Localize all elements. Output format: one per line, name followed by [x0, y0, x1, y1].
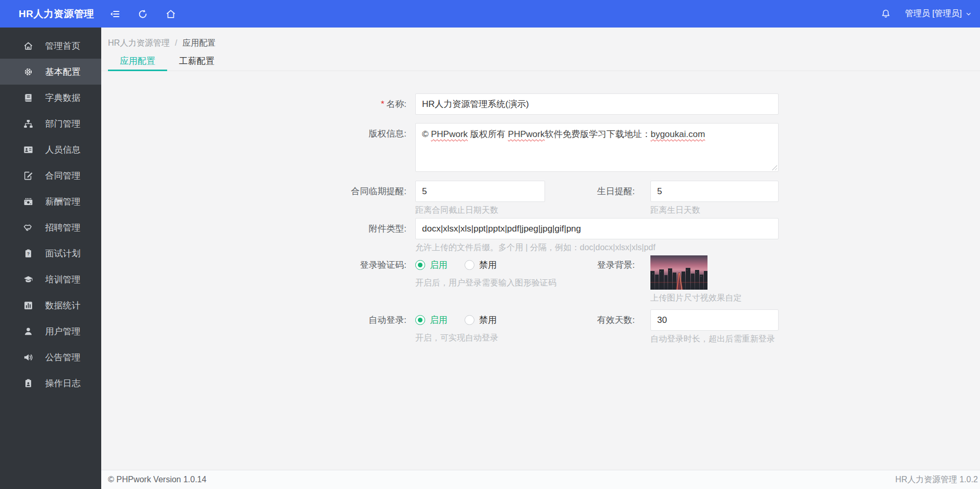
- sidebar-item-label: 数据统计: [45, 300, 80, 311]
- radio-label: 启用: [430, 314, 447, 326]
- user-icon: [23, 327, 33, 336]
- auto-login-radio-enabled[interactable]: 启用: [415, 314, 447, 326]
- radio-checked-icon: [415, 315, 425, 325]
- copyright-text-misspelled: PHPwork: [508, 129, 545, 139]
- stats-icon: [23, 301, 33, 310]
- sidebar-item-id-card[interactable]: 人员信息: [0, 137, 101, 162]
- radio-unchecked-icon: [465, 315, 474, 325]
- footer: © PHPwork Version 1.0.14 HR人力资源管理 1.0.2: [101, 470, 980, 489]
- sidebar-item-home[interactable]: 管理首页: [0, 33, 101, 59]
- footer-version-right: HR人力资源管理 1.0.2: [895, 474, 978, 485]
- sidebar-item-interview[interactable]: ?面试计划: [0, 240, 101, 266]
- auto-login-hint: 开启，可实现自动登录: [415, 333, 545, 344]
- svg-text:?: ?: [27, 251, 30, 256]
- login-captcha-radio-group: 启用禁用: [415, 254, 545, 276]
- copyright-text: 软件免费版学习下载地址：: [545, 129, 650, 139]
- copyright-text: ©: [422, 129, 431, 139]
- auto-login-label: 自动登录:: [101, 309, 415, 331]
- auto-login-radio-disabled[interactable]: 禁用: [465, 314, 497, 326]
- book-icon: [23, 93, 33, 103]
- salary-icon: [23, 197, 33, 207]
- chevron-down-icon: [965, 11, 972, 17]
- login-captcha-label: 登录验证码:: [101, 254, 415, 276]
- sidebar-item-contract[interactable]: 合同管理: [0, 162, 101, 188]
- login-background-image[interactable]: [650, 255, 707, 290]
- main-content: HR人力资源管理/应用配置 应用配置工薪配置 *名称: 版权信息: © PHPw…: [101, 28, 980, 489]
- attachment-types-hint: 允许上传的文件后缀。多个用 | 分隔，例如：doc|docx|xlsx|xls|…: [415, 242, 779, 253]
- tab-bar: 应用配置工薪配置: [101, 52, 980, 71]
- handshake-icon: [23, 223, 33, 233]
- copyright-textarea[interactable]: © PHPwork 版权所有 PHPwork软件免费版学习下载地址：bygouk…: [415, 123, 779, 172]
- sidebar-item-label: 合同管理: [45, 170, 80, 182]
- id-card-icon: [23, 145, 33, 155]
- login-background-label: 登录背景:: [545, 254, 644, 276]
- sidebar-item-log[interactable]: 操作日志: [0, 370, 101, 396]
- attachment-types-label: 附件类型:: [101, 218, 415, 239]
- sidebar-item-label: 操作日志: [45, 377, 80, 389]
- breadcrumb-separator: /: [175, 38, 177, 47]
- tab-app-config[interactable]: 应用配置: [108, 52, 167, 71]
- sidebar-item-label: 培训管理: [45, 274, 80, 286]
- name-input[interactable]: [415, 93, 779, 115]
- collapse-sidebar-icon[interactable]: [110, 9, 120, 19]
- sidebar-item-label: 人员信息: [45, 144, 80, 156]
- birthday-reminder-input[interactable]: [650, 181, 779, 202]
- sidebar-item-book[interactable]: 字典数据: [0, 85, 101, 111]
- sidebar: 管理首页基本配置字典数据部门管理人员信息合同管理薪酬管理招聘管理?面试计划培训管…: [0, 28, 101, 489]
- sidebar-item-label: 基本配置: [45, 66, 80, 78]
- valid-days-input[interactable]: [650, 309, 779, 331]
- valid-days-label: 有效天数:: [545, 309, 644, 331]
- breadcrumb: HR人力资源管理/应用配置: [108, 38, 980, 48]
- footer-version-left: © PHPwork Version 1.0.14: [108, 475, 207, 484]
- refresh-icon[interactable]: [138, 9, 148, 19]
- sidebar-item-label: 面试计划: [45, 248, 80, 260]
- notification-bell-icon[interactable]: [881, 9, 891, 19]
- sidebar-item-user[interactable]: 用户管理: [0, 318, 101, 344]
- sidebar-item-salary[interactable]: 薪酬管理: [0, 188, 101, 214]
- birthday-reminder-hint: 距离生日天数: [650, 205, 779, 216]
- radio-checked-icon: [415, 260, 425, 270]
- app-config-form: *名称: 版权信息: © PHPwork 版权所有 PHPwork软件免费版学习…: [101, 71, 980, 345]
- copyright-text-misspelled: PHPwork: [431, 129, 468, 139]
- sidebar-item-handshake[interactable]: 招聘管理: [0, 214, 101, 240]
- announce-icon: [23, 352, 33, 362]
- radio-label: 启用: [430, 259, 447, 271]
- attachment-types-input[interactable]: [415, 218, 779, 239]
- sitemap-icon: [23, 119, 33, 129]
- sidebar-item-label: 部门管理: [45, 118, 80, 130]
- user-name: 管理员 [管理员]: [905, 8, 962, 19]
- sidebar-item-label: 管理首页: [45, 40, 80, 52]
- breadcrumb-root[interactable]: HR人力资源管理: [108, 38, 170, 47]
- sidebar-item-stats[interactable]: 数据统计: [0, 292, 101, 318]
- breadcrumb-current: 应用配置: [183, 38, 216, 47]
- tab-salary-config[interactable]: 工薪配置: [167, 52, 226, 71]
- copyright-label: 版权信息:: [101, 123, 415, 144]
- sidebar-item-label: 薪酬管理: [45, 196, 80, 208]
- log-icon: [23, 378, 33, 388]
- sidebar-item-label: 用户管理: [45, 325, 80, 337]
- interview-icon: ?: [23, 249, 33, 259]
- home-icon[interactable]: [166, 9, 176, 19]
- birthday-reminder-label: 生日提醒:: [545, 181, 644, 202]
- sidebar-item-gear[interactable]: 基本配置: [0, 59, 101, 85]
- radio-unchecked-icon: [465, 260, 474, 270]
- contract-icon: [23, 171, 33, 181]
- contract-reminder-input[interactable]: [415, 181, 545, 202]
- sidebar-item-label: 招聘管理: [45, 222, 80, 234]
- sidebar-item-announce[interactable]: 公告管理: [0, 344, 101, 370]
- sidebar-item-training[interactable]: 培训管理: [0, 266, 101, 292]
- user-menu[interactable]: 管理员 [管理员]: [905, 8, 972, 19]
- contract-reminder-hint: 距离合同截止日期天数: [415, 205, 545, 216]
- login-captcha-radio-disabled[interactable]: 禁用: [465, 259, 497, 271]
- sidebar-item-sitemap[interactable]: 部门管理: [0, 111, 101, 137]
- login-captcha-radio-enabled[interactable]: 启用: [415, 259, 447, 271]
- login-captcha-hint: 开启后，用户登录需要输入图形验证码: [415, 278, 545, 289]
- sidebar-item-label: 公告管理: [45, 351, 80, 363]
- sidebar-item-label: 字典数据: [45, 92, 80, 104]
- copyright-text-misspelled: bygoukai.com: [650, 129, 705, 139]
- home-icon: [23, 41, 33, 51]
- copyright-text: 版权所有: [468, 129, 508, 139]
- valid-days-hint: 自动登录时长，超出后需重新登录: [650, 334, 779, 345]
- gear-icon: [23, 67, 33, 77]
- login-background-hint: 上传图片尺寸视效果自定: [650, 293, 742, 304]
